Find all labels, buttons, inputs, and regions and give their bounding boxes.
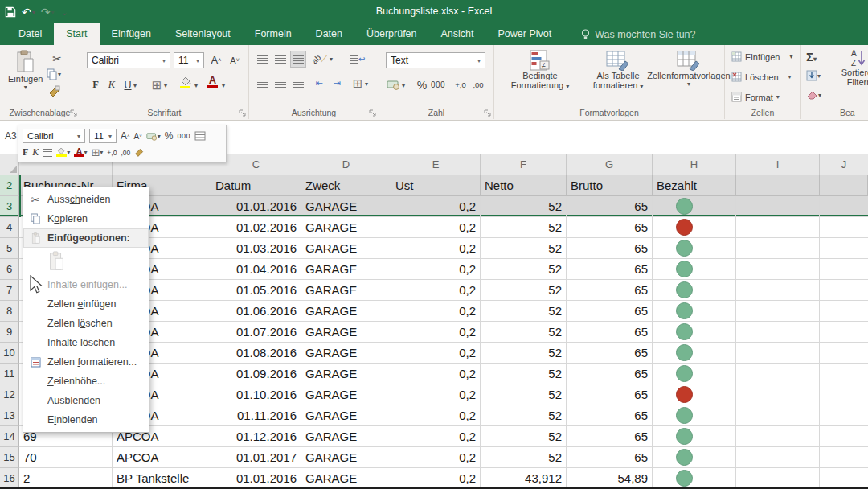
- cell-empty[interactable]: [736, 238, 820, 259]
- font-dialog-launcher[interactable]: [239, 109, 246, 117]
- cell-zweck[interactable]: GARAGE: [301, 259, 391, 280]
- font-color-button[interactable]: A: [207, 76, 218, 88]
- row-header[interactable]: 6: [0, 259, 19, 280]
- sort-filter-button[interactable]: AZ Sortieren Filtern: [835, 48, 868, 87]
- cell-empty[interactable]: [736, 322, 820, 343]
- cell-empty[interactable]: [736, 217, 820, 238]
- cell-ust[interactable]: 0,2: [391, 238, 481, 259]
- cell-netto[interactable]: 52: [481, 280, 567, 301]
- cell-datum[interactable]: 01.09.2016: [211, 364, 301, 384]
- cell-netto[interactable]: Netto: [481, 175, 567, 196]
- autosum-button[interactable]: Σ▾: [806, 50, 817, 64]
- tab-einfuegen[interactable]: Einfügen: [100, 23, 163, 45]
- cell-zweck[interactable]: GARAGE: [301, 217, 391, 238]
- bold-button[interactable]: F: [88, 77, 103, 92]
- decrease-indent-button[interactable]: ⇤: [312, 76, 326, 91]
- cell-empty[interactable]: [820, 196, 868, 217]
- cell-bezahlt[interactable]: Bezahlt: [653, 175, 736, 196]
- paid-cell[interactable]: [653, 238, 736, 259]
- row-header[interactable]: 12: [0, 384, 19, 405]
- decrease-font-button[interactable]: A˅: [227, 52, 242, 68]
- cell-netto[interactable]: 52: [481, 343, 567, 364]
- cell-brutto[interactable]: 65: [567, 322, 653, 343]
- cell-nr[interactable]: 70: [19, 447, 113, 468]
- paid-cell[interactable]: [653, 322, 736, 343]
- cell-empty[interactable]: [820, 364, 868, 384]
- font-size-select[interactable]: 11▾: [174, 52, 204, 68]
- paste-button[interactable]: Einfügen ▾: [8, 50, 43, 91]
- cell-ust[interactable]: 0,2: [391, 426, 481, 447]
- cell-datum[interactable]: 01.06.2016: [211, 301, 301, 322]
- cell-datum[interactable]: 01.05.2016: [211, 280, 301, 301]
- cell-zweck[interactable]: Zweck: [301, 175, 391, 196]
- cell-empty[interactable]: [736, 259, 820, 280]
- accounting-format-button[interactable]: [386, 77, 400, 92]
- cell-ust[interactable]: 0,2: [391, 447, 481, 468]
- paid-cell[interactable]: [653, 217, 736, 238]
- align-right-button[interactable]: [291, 76, 305, 91]
- paid-cell[interactable]: [653, 364, 736, 384]
- mini-increase-decimal-button[interactable]: +,0: [107, 149, 117, 157]
- tab-datei[interactable]: Datei: [6, 23, 54, 45]
- tab-power-pivot[interactable]: Power Pivot: [486, 23, 564, 45]
- cell-netto[interactable]: 52: [481, 405, 567, 426]
- cell-datum[interactable]: 01.03.2016: [211, 238, 301, 259]
- mini-comma-button[interactable]: 000: [177, 132, 190, 140]
- cell-empty[interactable]: [736, 343, 820, 364]
- fill-color-dropdown[interactable]: ▾: [194, 82, 198, 89]
- row-header[interactable]: 14: [0, 426, 19, 447]
- row-header[interactable]: 13: [0, 405, 19, 426]
- cell-brutto[interactable]: 65: [567, 364, 653, 384]
- cell-empty[interactable]: [820, 217, 868, 238]
- menu-item-delete-cells[interactable]: Zellen löschen: [23, 314, 149, 333]
- font-color-dropdown[interactable]: ▾: [222, 82, 225, 89]
- menu-item-hide[interactable]: Ausblenden: [23, 391, 149, 410]
- tab-ueberpruefen[interactable]: Überprüfen: [354, 23, 429, 45]
- italic-button[interactable]: K: [104, 77, 119, 92]
- mini-fill-color-button[interactable]: ▾: [56, 148, 70, 157]
- cell-empty[interactable]: [736, 175, 820, 196]
- font-family-select[interactable]: Calibri▾: [87, 52, 170, 68]
- menu-item-paste-options[interactable]: Einfügeoptionen:: [23, 228, 149, 248]
- cell-empty[interactable]: [736, 447, 820, 468]
- cell-empty[interactable]: [736, 426, 820, 447]
- cell-zweck[interactable]: GARAGE: [301, 301, 391, 322]
- mini-font-size-select[interactable]: 11▾: [89, 129, 117, 143]
- decrease-decimal-button[interactable]: ,00: [471, 77, 485, 92]
- cell-zweck[interactable]: GARAGE: [301, 322, 391, 343]
- cell-empty[interactable]: [820, 343, 868, 364]
- cell-empty[interactable]: [820, 259, 868, 280]
- cell-empty[interactable]: [820, 175, 868, 196]
- orientation-dropdown[interactable]: ▾: [330, 55, 333, 63]
- paid-cell[interactable]: [653, 447, 736, 468]
- cell-styles-button[interactable]: Zellenformatvorlagen ▾: [655, 50, 723, 88]
- cell-netto[interactable]: 52: [481, 238, 567, 259]
- align-top-button[interactable]: [256, 51, 270, 67]
- cell-zweck[interactable]: GARAGE: [301, 196, 391, 217]
- format-cells-button[interactable]: Format▾: [731, 92, 780, 102]
- paid-cell[interactable]: [653, 301, 736, 322]
- paid-cell[interactable]: [653, 280, 736, 301]
- comma-style-button[interactable]: 000: [431, 77, 445, 92]
- cell-brutto[interactable]: 65: [567, 196, 653, 217]
- cell-brutto[interactable]: 65: [567, 238, 653, 259]
- column-header-d[interactable]: D: [301, 154, 391, 175]
- accounting-format-dropdown[interactable]: ▾: [402, 82, 405, 89]
- paid-cell[interactable]: [653, 384, 736, 405]
- cell-empty[interactable]: [736, 196, 820, 217]
- cell-firma[interactable]: APCOA: [113, 447, 211, 468]
- number-dialog-launcher[interactable]: [484, 109, 491, 117]
- percent-style-button[interactable]: %: [415, 77, 429, 92]
- paid-cell[interactable]: [653, 405, 736, 426]
- cell-datum[interactable]: 01.11.2016: [211, 405, 301, 426]
- tab-start[interactable]: Start: [54, 23, 99, 45]
- cell-brutto[interactable]: Brutto: [567, 175, 653, 196]
- cell-brutto[interactable]: 65: [567, 426, 653, 447]
- borders-button[interactable]: ⊞: [149, 77, 164, 92]
- cell-brutto[interactable]: 65: [567, 447, 653, 468]
- cell-netto[interactable]: 52: [481, 447, 567, 468]
- row-header[interactable]: 8: [0, 301, 19, 322]
- tab-ansicht[interactable]: Ansicht: [429, 23, 486, 45]
- mini-decrease-font-button[interactable]: A˅: [134, 132, 142, 141]
- tab-formeln[interactable]: Formeln: [243, 23, 304, 45]
